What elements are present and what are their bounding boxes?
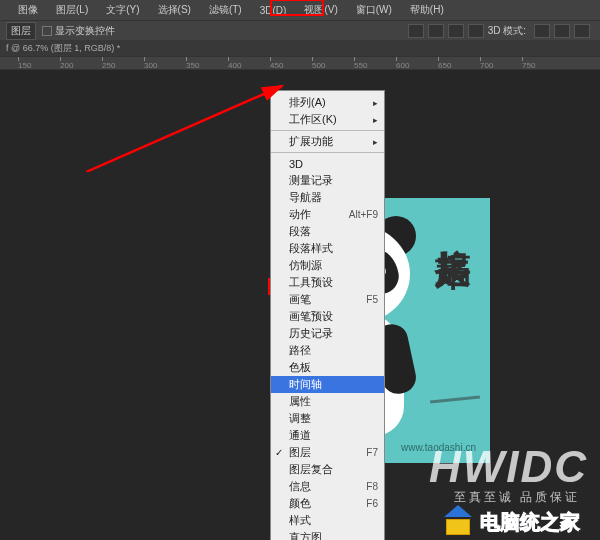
menu-layer[interactable]: 图层(L)	[56, 3, 88, 17]
mode-3d-label: 3D 模式:	[488, 24, 526, 38]
menu-filter[interactable]: 滤镜(T)	[209, 3, 242, 17]
menuitem-color[interactable]: 颜色F6	[271, 495, 384, 512]
menu-window[interactable]: 窗口(W)	[356, 3, 392, 17]
mode-button-3[interactable]	[448, 24, 464, 38]
menu-separator	[271, 152, 384, 153]
menuitem-workspace[interactable]: 工作区(K)	[271, 111, 384, 128]
menuitem-styles[interactable]: 样式	[271, 512, 384, 529]
menuitem-adjustments[interactable]: 调整	[271, 410, 384, 427]
ruler-tick: 400	[228, 57, 241, 70]
mode-group: 3D 模式:	[408, 24, 590, 38]
watermark-badge: 电脑统之家	[446, 509, 580, 536]
menu-select[interactable]: 选择(S)	[158, 3, 191, 17]
menu-separator	[271, 130, 384, 131]
horizontal-ruler: 150 200 250 300 350 400 450 500 550 600 …	[0, 56, 600, 70]
ruler-tick: 200	[60, 57, 73, 70]
menuitem-histogram[interactable]: 直方图	[271, 529, 384, 540]
menuitem-brushes[interactable]: 画笔F5	[271, 291, 384, 308]
artwork-text: 搞起来	[433, 220, 474, 226]
ruler-tick: 350	[186, 57, 199, 70]
menuitem-brush-presets[interactable]: 画笔预设	[271, 308, 384, 325]
canvas-area[interactable]: 搞起来 www.taodashi.cn 排列(A) 工作区(K) 扩展功能 3D…	[0, 70, 600, 540]
menuitem-layer-comps[interactable]: 图层复合	[271, 461, 384, 478]
mode-button-1[interactable]	[408, 24, 424, 38]
menu-3d[interactable]: 3D(D)	[260, 5, 287, 16]
menu-bar: 图像 图层(L) 文字(Y) 选择(S) 滤镜(T) 3D(D) 视图(V) 窗…	[0, 0, 600, 20]
mode-button-4[interactable]	[468, 24, 484, 38]
menuitem-clone-source[interactable]: 仿制源	[271, 257, 384, 274]
watermark-text: HWIDC	[429, 442, 588, 492]
ruler-tick: 700	[480, 57, 493, 70]
ruler-tick: 250	[102, 57, 115, 70]
menuitem-timeline[interactable]: 时间轴	[271, 376, 384, 393]
menuitem-navigator[interactable]: 导航器	[271, 189, 384, 206]
mode-3d-button-2[interactable]	[554, 24, 570, 38]
annotation-arrow-icon	[86, 82, 296, 172]
menuitem-info[interactable]: 信息F8	[271, 478, 384, 495]
mode-3d-button-3[interactable]	[574, 24, 590, 38]
menuitem-properties[interactable]: 属性	[271, 393, 384, 410]
mode-button-2[interactable]	[428, 24, 444, 38]
menuitem-history[interactable]: 历史记录	[271, 325, 384, 342]
menuitem-channels[interactable]: 通道	[271, 427, 384, 444]
ruler-tick: 300	[144, 57, 157, 70]
ruler-tick: 500	[312, 57, 325, 70]
show-transform-label: 显示变换控件	[55, 24, 115, 38]
ruler-tick: 150	[18, 57, 31, 70]
ruler-tick: 650	[438, 57, 451, 70]
ruler-tick: 550	[354, 57, 367, 70]
menuitem-measure[interactable]: 测量记录	[271, 172, 384, 189]
house-icon	[446, 511, 474, 535]
ruler-tick: 750	[522, 57, 535, 70]
options-bar: 图层 显示变换控件 3D 模式:	[0, 20, 600, 40]
menuitem-swatches[interactable]: 色板	[271, 359, 384, 376]
layer-select-dropdown[interactable]: 图层	[6, 22, 36, 40]
menu-view[interactable]: 视图(V)	[304, 3, 337, 17]
menuitem-paragraph[interactable]: 段落	[271, 223, 384, 240]
ruler-tick: 450	[270, 57, 283, 70]
watermark-subtext: 至真至诚 品质保证	[454, 489, 580, 506]
document-tab[interactable]: f @ 66.7% (图层 1, RGB/8) *	[6, 42, 120, 55]
window-menu-dropdown: 排列(A) 工作区(K) 扩展功能 3D 测量记录 导航器 动作Alt+F9 段…	[270, 90, 385, 540]
menuitem-3d[interactable]: 3D	[271, 155, 384, 172]
menuitem-tool-presets[interactable]: 工具预设	[271, 274, 384, 291]
menu-type[interactable]: 文字(Y)	[106, 3, 139, 17]
mode-3d-button-1[interactable]	[534, 24, 550, 38]
show-transform-checkbox[interactable]	[42, 26, 52, 36]
menuitem-paragraph-styles[interactable]: 段落样式	[271, 240, 384, 257]
badge-text: 电脑统之家	[480, 509, 580, 536]
menu-image[interactable]: 图像	[18, 3, 38, 17]
menuitem-actions[interactable]: 动作Alt+F9	[271, 206, 384, 223]
menuitem-extensions[interactable]: 扩展功能	[271, 133, 384, 150]
menuitem-paths[interactable]: 路径	[271, 342, 384, 359]
svg-line-0	[86, 86, 282, 172]
menuitem-layers[interactable]: 图层F7	[271, 444, 384, 461]
menu-help[interactable]: 帮助(H)	[410, 3, 444, 17]
ruler-tick: 600	[396, 57, 409, 70]
document-tab-bar: f @ 66.7% (图层 1, RGB/8) *	[0, 40, 600, 56]
menuitem-arrange[interactable]: 排列(A)	[271, 94, 384, 111]
